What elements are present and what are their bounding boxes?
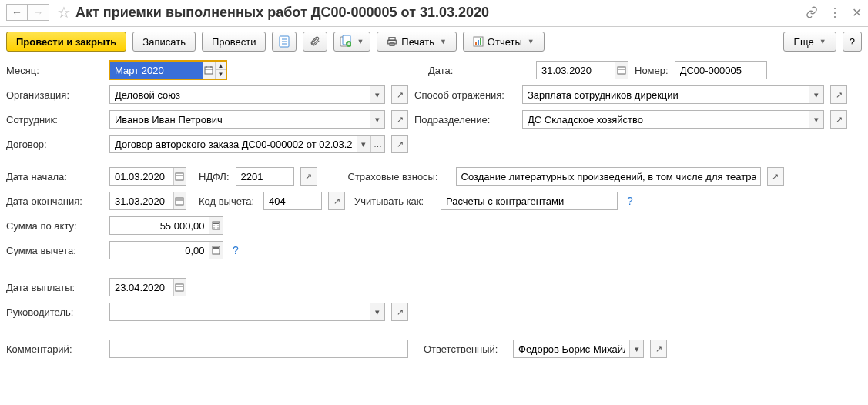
act-sum-label: Сумма по акту:	[6, 220, 103, 232]
calendar-icon[interactable]	[173, 192, 186, 209]
kebab-menu-icon[interactable]: ⋮	[829, 5, 841, 20]
employee-label: Сотрудник:	[6, 114, 103, 126]
calculator-icon[interactable]	[209, 217, 223, 234]
reports-button[interactable]: Отчеты ▼	[463, 32, 545, 52]
start-date-label: Дата начала:	[6, 171, 103, 182]
open-icon[interactable]: ↗	[391, 85, 408, 104]
dropdown-icon[interactable]: ▾	[629, 340, 643, 357]
svg-point-29	[214, 227, 215, 228]
more-label: Еще	[793, 36, 813, 48]
dropdown-icon[interactable]: ▾	[370, 303, 384, 320]
act-sum-input[interactable]	[110, 217, 209, 234]
comment-input[interactable]	[110, 340, 407, 357]
number-label: Номер:	[635, 65, 669, 76]
reflection-input[interactable]	[523, 86, 809, 103]
create-based-on-button[interactable]: ▼	[333, 32, 370, 52]
save-button[interactable]: Записать	[132, 32, 196, 52]
department-label: Подразделение:	[414, 114, 516, 126]
dropdown-icon[interactable]: ▾	[357, 136, 370, 152]
chevron-down-icon: ▼	[440, 38, 447, 45]
svg-point-28	[218, 225, 219, 226]
print-button[interactable]: Печать ▼	[377, 32, 457, 52]
org-label: Организация:	[6, 89, 103, 101]
svg-rect-13	[480, 38, 481, 45]
svg-rect-11	[475, 42, 477, 45]
date-input[interactable]	[537, 62, 615, 79]
open-icon[interactable]: ↗	[300, 167, 317, 186]
window-title: Акт приемки выполненных работ ДС00-00000…	[75, 5, 806, 21]
responsible-label: Ответственный:	[424, 343, 507, 355]
insurance-label: Страховые взносы:	[348, 171, 450, 182]
help-button[interactable]: ?	[843, 32, 862, 52]
post-and-close-button[interactable]: Провести и закрыть	[6, 32, 126, 52]
svg-rect-33	[213, 247, 219, 249]
calendar-icon[interactable]	[615, 62, 628, 79]
number-input[interactable]	[675, 62, 766, 79]
calendar-icon[interactable]	[173, 168, 186, 185]
open-icon[interactable]: ↗	[391, 303, 408, 321]
open-icon[interactable]: ↗	[328, 192, 345, 210]
chevron-down-icon: ▼	[357, 38, 364, 45]
help-icon[interactable]: ?	[627, 195, 633, 207]
contract-label: Договор:	[6, 139, 103, 150]
close-icon[interactable]: ✕	[852, 5, 862, 20]
deduction-sum-input[interactable]	[110, 242, 209, 259]
svg-rect-20	[176, 173, 183, 180]
ndfl-label: НДФЛ:	[199, 171, 230, 182]
calendar-icon[interactable]	[173, 279, 186, 296]
pay-date-input[interactable]	[110, 279, 173, 296]
dropdown-icon[interactable]: ▾	[370, 111, 384, 128]
responsible-input[interactable]	[514, 340, 629, 357]
org-input[interactable]	[110, 86, 370, 103]
comment-label: Комментарий:	[6, 343, 103, 355]
month-down[interactable]: ▼	[216, 70, 226, 79]
open-icon[interactable]: ↗	[391, 135, 408, 153]
open-icon[interactable]: ↗	[830, 110, 847, 129]
contract-input[interactable]	[110, 136, 357, 152]
start-date-input[interactable]	[110, 168, 173, 185]
help-icon[interactable]: ?	[233, 244, 239, 256]
favorite-star-icon[interactable]: ☆	[57, 3, 71, 22]
print-label: Печать	[401, 36, 434, 48]
post-button[interactable]: Провести	[202, 32, 266, 52]
end-date-label: Дата окончания:	[6, 196, 103, 207]
manager-label: Руководитель:	[6, 306, 103, 318]
deduction-code-label: Код вычета:	[199, 196, 257, 207]
open-icon[interactable]: ↗	[830, 85, 847, 104]
open-icon[interactable]: ↗	[391, 110, 408, 129]
dropdown-icon[interactable]: ▾	[809, 111, 823, 128]
svg-point-30	[216, 227, 216, 228]
svg-point-31	[218, 227, 219, 228]
svg-rect-12	[478, 40, 479, 45]
chevron-down-icon: ▼	[528, 38, 535, 45]
dropdown-icon[interactable]: ▾	[809, 86, 823, 103]
attachment-button[interactable]	[303, 32, 327, 52]
calendar-icon[interactable]	[203, 62, 215, 79]
document-status-button[interactable]	[272, 32, 297, 52]
pay-date-label: Дата выплаты:	[6, 282, 103, 293]
calculator-icon[interactable]	[209, 242, 223, 259]
more-button[interactable]: Еще ▼	[783, 32, 836, 52]
open-icon[interactable]: ↗	[650, 340, 667, 358]
date-label: Дата:	[428, 65, 530, 76]
link-icon[interactable]	[806, 6, 818, 18]
svg-rect-14	[205, 67, 213, 74]
nav-back-button[interactable]: ←	[6, 4, 28, 21]
employee-input[interactable]	[110, 111, 370, 128]
deduction-sum-label: Сумма вычета:	[6, 245, 103, 256]
account-as-input[interactable]	[441, 192, 617, 209]
end-date-input[interactable]	[110, 192, 173, 209]
svg-rect-25	[213, 223, 219, 224]
deduction-code-input[interactable]	[264, 192, 321, 209]
month-input[interactable]	[110, 62, 203, 79]
ndfl-input[interactable]	[236, 168, 293, 185]
ellipsis-icon[interactable]: …	[370, 136, 384, 152]
dropdown-icon[interactable]: ▾	[370, 86, 384, 103]
open-icon[interactable]: ↗	[767, 167, 784, 186]
insurance-input[interactable]	[457, 168, 760, 185]
month-up[interactable]: ▲	[216, 62, 226, 70]
manager-input[interactable]	[110, 303, 370, 320]
nav-forward-button[interactable]: →	[28, 4, 49, 21]
account-as-label: Учитывать как:	[354, 196, 434, 207]
department-input[interactable]	[523, 111, 809, 128]
